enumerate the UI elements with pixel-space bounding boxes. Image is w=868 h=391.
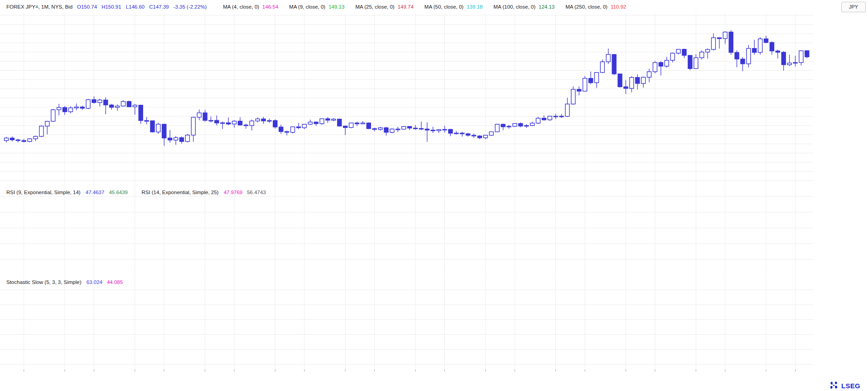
price-quote-value: L146.60 (126, 4, 145, 10)
lseg-logo-icon (829, 381, 839, 391)
rsi-panel-header: RSI (9, Exponential, Simple, 14) 47.4637… (6, 190, 270, 195)
rsi-9-label: RSI (9, Exponential, Simple, 14) (6, 190, 81, 195)
stoch-values: 63.02444.085 (87, 279, 127, 285)
price-quote-value: H150.91 (101, 4, 121, 10)
stoch-value: 63.024 (87, 279, 102, 285)
rsi-value: 45.6439 (109, 190, 128, 195)
ma-legend-value: 149.13 (328, 4, 344, 10)
rsi-value: 47.9769 (224, 190, 243, 195)
ma-legend-value: 124.13 (539, 4, 555, 10)
lseg-logo-text: LSEG (841, 382, 860, 390)
stoch-panel-header: Stochastic Slow (5, 3, 3, Simple) 63.024… (6, 279, 127, 285)
stoch-value: 44.085 (107, 279, 123, 285)
price-quote-value: O150.74 (77, 4, 97, 10)
stoch-label: Stochastic Slow (5, 3, 3, Simple) (6, 279, 82, 285)
ma-legend-label: MA (50, close, 0) (424, 4, 463, 10)
ma-legend-label: MA (9, close, 0) (289, 4, 325, 10)
ma-legend-item: MA (50, close, 0)139.18 (424, 4, 482, 10)
lseg-logo: LSEG (829, 381, 860, 391)
chart-application: { "header": { "title": "FOREX JPY=, 1M, … (0, 0, 868, 391)
ma-legend-item: MA (25, close, 0)149.74 (355, 4, 413, 10)
ma-legend-label: MA (25, close, 0) (355, 4, 394, 10)
ma-legend-label: MA (250, close, 0) (565, 4, 608, 10)
rsi-14-values: 47.976956.4743 (224, 190, 270, 195)
rsi-14-label: RSI (14, Exponential, Simple, 25) (141, 190, 218, 195)
ma-legend-value: 139.18 (467, 4, 482, 10)
ma-legend-label: MA (100, close, 0) (493, 4, 535, 10)
instrument-title: FOREX JPY=, 1M, NYS, Bid (6, 4, 72, 10)
ma-legend-item: MA (250, close, 0)110.92 (565, 4, 626, 10)
ma-legend-value: 146.54 (262, 4, 278, 10)
ma-legend-item: MA (4, close, 0)146.54 (223, 4, 278, 10)
ma-legend-value: 110.92 (611, 4, 626, 10)
chart-canvas[interactable] (0, 0, 868, 391)
rsi-value: 47.4637 (86, 190, 105, 195)
ma-legend-item: MA (9, close, 0)149.13 (289, 4, 344, 10)
ma-legend-value: 149.74 (398, 4, 414, 10)
ohlc-values: O150.74H150.91L146.60C147.39-3.35 (-2.22… (77, 4, 211, 10)
ma-legend-label: MA (4, close, 0) (223, 4, 259, 10)
ma-legend: MA (4, close, 0)146.54MA (9, close, 0)14… (223, 4, 637, 10)
rsi-value: 56.4743 (247, 190, 266, 195)
chart-header: FOREX JPY=, 1M, NYS, Bid O150.74H150.91L… (0, 0, 817, 14)
price-quote-value: -3.35 (-2.22%) (174, 4, 207, 10)
rsi-9-values: 47.463745.6439 (86, 190, 132, 195)
currency-tab-jpy[interactable]: JPY (841, 2, 866, 12)
price-quote-value: C147.39 (149, 4, 169, 10)
ma-legend-item: MA (100, close, 0)124.13 (493, 4, 555, 10)
